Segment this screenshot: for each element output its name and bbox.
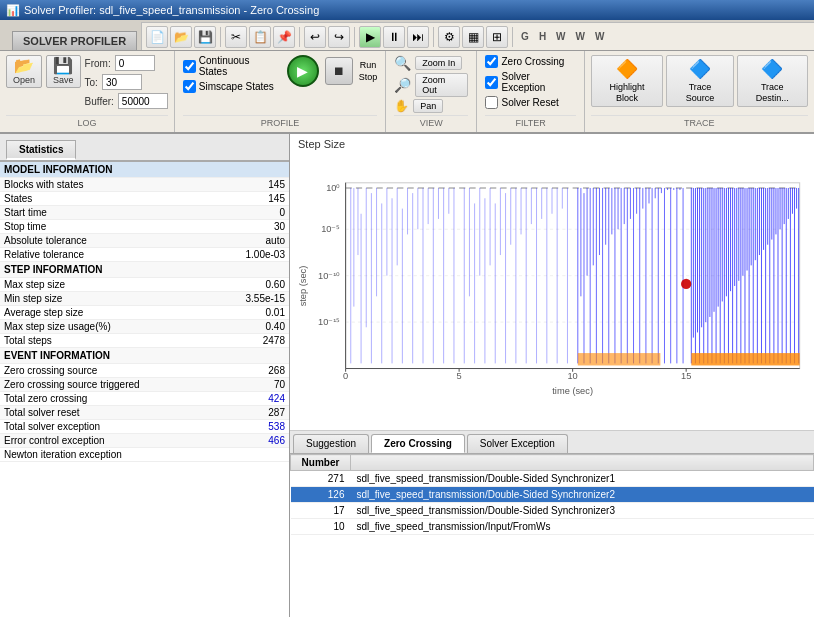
solver-exception-cb[interactable]: Solver Exception <box>485 71 575 93</box>
filter-section-label: FILTER <box>485 115 575 128</box>
zoom-in-icon: 🔍 <box>394 55 411 71</box>
trace-section: 🔶 Highlight Block 🔷 Trace Source 🔷 Trace… <box>585 51 814 132</box>
stat-label: Stop time <box>0 220 217 234</box>
chart-title: Step Size <box>294 138 810 150</box>
highlight-block-button[interactable]: 🔶 Highlight Block <box>591 55 664 107</box>
title-bar: 📊 Solver Profiler: sdl_five_speed_transm… <box>0 0 814 20</box>
zoom-in-button[interactable]: Zoom In <box>415 56 462 70</box>
from-input[interactable] <box>115 55 155 71</box>
grid-icon[interactable]: ▦ <box>462 26 484 48</box>
bottom-panel: Suggestion Zero Crossing Solver Exceptio… <box>290 431 814 617</box>
trace-source-button[interactable]: 🔷 Trace Source <box>666 55 733 107</box>
simscape-states-cb[interactable]: Simscape States <box>183 80 279 93</box>
undo-icon[interactable]: ↩ <box>304 26 326 48</box>
to-input[interactable] <box>102 74 142 90</box>
svg-rect-152 <box>691 353 799 365</box>
save-disk-icon: 💾 <box>53 58 73 74</box>
svg-rect-153 <box>578 353 661 365</box>
stat-label: Zero crossing source triggered <box>0 378 217 392</box>
stat-value <box>217 448 289 462</box>
trace-dest-icon: 🔷 <box>761 58 783 80</box>
chart-area: Step Size 10⁰ 10⁻⁵ 10⁻¹⁰ 10⁻¹⁵ step (sec… <box>290 134 814 431</box>
zero-crossing-cb[interactable]: Zero Crossing <box>485 55 564 68</box>
sep2 <box>299 27 300 47</box>
stat-value: 70 <box>217 378 289 392</box>
step-icon[interactable]: ⏭ <box>407 26 429 48</box>
svg-text:10⁻¹⁰: 10⁻¹⁰ <box>318 271 340 281</box>
bottom-table-container: Number 271sdl_five_speed_transmission/Do… <box>290 454 814 617</box>
save-button[interactable]: 💾 Save <box>46 55 81 88</box>
stat-label: Total zero crossing <box>0 392 217 406</box>
stat-value: 0.01 <box>217 306 289 320</box>
suggestion-tab[interactable]: Suggestion <box>293 434 369 453</box>
table-row[interactable]: 10sdl_five_speed_transmission/Input/From… <box>291 519 814 535</box>
statistics-tab[interactable]: Statistics <box>6 140 76 160</box>
row-name: sdl_five_speed_transmission/Double-Sided… <box>351 471 814 487</box>
solver-exception-tab[interactable]: Solver Exception <box>467 434 568 453</box>
cut-icon[interactable]: ✂ <box>225 26 247 48</box>
stop-button[interactable]: ⏹ <box>325 57 353 85</box>
title-bar-icon: 📊 <box>6 4 20 17</box>
stat-value: 2478 <box>217 334 289 348</box>
from-row: From: <box>85 55 168 71</box>
table-row[interactable]: 17sdl_five_speed_transmission/Double-Sid… <box>291 503 814 519</box>
new-icon[interactable]: 📄 <box>146 26 168 48</box>
paste-icon[interactable]: 📌 <box>273 26 295 48</box>
solver-profiler-tab[interactable]: SOLVER PROFILER <box>12 31 137 50</box>
to-row: To: <box>85 74 168 90</box>
stat-value: 287 <box>217 406 289 420</box>
svg-text:5: 5 <box>457 371 462 381</box>
zero-crossing-tab[interactable]: Zero Crossing <box>371 434 465 453</box>
table-row[interactable]: 126sdl_five_speed_transmission/Double-Si… <box>291 487 814 503</box>
bottom-tabs-bar: Suggestion Zero Crossing Solver Exceptio… <box>290 431 814 454</box>
stat-label: Max step size usage(%) <box>0 320 217 334</box>
stat-label: Zero crossing source <box>0 364 217 378</box>
svg-text:10⁻¹⁵: 10⁻¹⁵ <box>318 317 340 327</box>
svg-text:time (sec): time (sec) <box>552 386 593 396</box>
svg-point-154 <box>681 279 691 289</box>
svg-text:10: 10 <box>567 371 577 381</box>
save-icon-tb[interactable]: 💾 <box>194 26 216 48</box>
pan-button[interactable]: Pan <box>413 99 443 113</box>
open-icon-tb[interactable]: 📂 <box>170 26 192 48</box>
stat-label: Max step size <box>0 278 217 292</box>
row-name: sdl_five_speed_transmission/Double-Sided… <box>351 503 814 519</box>
trace-destination-button[interactable]: 🔷 Trace Destin... <box>737 55 808 107</box>
title-bar-text: Solver Profiler: sdl_five_speed_transmis… <box>24 4 319 16</box>
stat-label: Start time <box>0 206 217 220</box>
highlight-icon: 🔶 <box>616 58 638 80</box>
table-row[interactable]: 271sdl_five_speed_transmission/Double-Si… <box>291 471 814 487</box>
view-section: 🔍 Zoom In 🔎 Zoom Out ✋ Pan VIEW <box>386 51 477 132</box>
filter-section: Zero Crossing Solver Exception Solver Re… <box>477 51 584 132</box>
continuous-states-cb[interactable]: Continuous States <box>183 55 279 77</box>
row-number: 271 <box>291 471 351 487</box>
stat-label: Total solver exception <box>0 420 217 434</box>
stat-value: 0.60 <box>217 278 289 292</box>
stat-label: Average step size <box>0 306 217 320</box>
zoom-out-button[interactable]: Zoom Out <box>415 73 468 97</box>
stat-label: Absolute tolerance <box>0 234 217 248</box>
file-section-label: LOG <box>6 115 168 128</box>
zoom-out-icon: 🔎 <box>394 77 411 93</box>
stat-value: 0.40 <box>217 320 289 334</box>
name-col-header <box>351 455 814 471</box>
stat-value: 145 <box>217 178 289 192</box>
open-button[interactable]: 📂 Open <box>6 55 42 88</box>
settings-icon[interactable]: ⚙ <box>438 26 460 48</box>
buffer-input[interactable] <box>118 93 168 109</box>
stat-value: 538 <box>217 420 289 434</box>
run-button[interactable]: ▶ <box>287 55 319 87</box>
copy-icon[interactable]: 📋 <box>249 26 271 48</box>
svg-text:15: 15 <box>681 371 691 381</box>
w3-label: W <box>591 31 608 42</box>
row-number: 17 <box>291 503 351 519</box>
fit-icon[interactable]: ⊞ <box>486 26 508 48</box>
redo-icon[interactable]: ↪ <box>328 26 350 48</box>
main-toolbar: 📂 Open 💾 Save From: To: <box>0 51 814 133</box>
log-section: Continuous States Simscape States ▶ ⏹ Ru… <box>175 51 386 132</box>
file-section: 📂 Open 💾 Save From: To: <box>0 51 175 132</box>
pause-icon[interactable]: ⏸ <box>383 26 405 48</box>
play-icon[interactable]: ▶ <box>359 26 381 48</box>
solver-reset-cb[interactable]: Solver Reset <box>485 96 558 109</box>
stat-label: Newton iteration exception <box>0 448 217 462</box>
